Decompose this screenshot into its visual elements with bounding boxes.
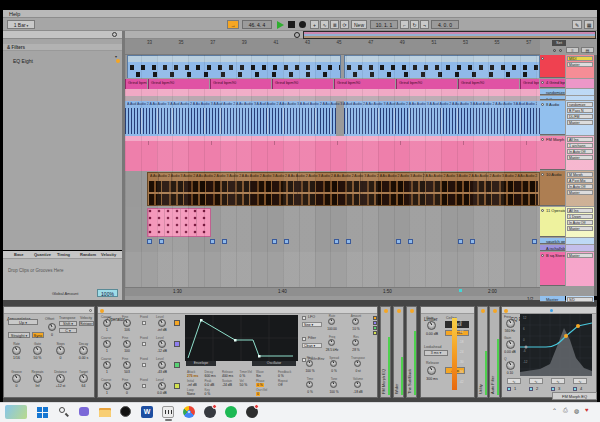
browser-item-eq-eight[interactable]: EQ Eight	[3, 57, 122, 65]
osc-coarse-knob[interactable]	[103, 361, 111, 369]
record-button[interactable]	[299, 21, 306, 28]
eq-band-led[interactable]	[529, 387, 533, 391]
overview-view-box[interactable]	[303, 31, 596, 39]
io-chip[interactable]: A Post Mix	[567, 178, 593, 183]
io-chip[interactable]: DL/FM	[567, 114, 593, 119]
collapsed-device[interactable]: The Sub/Buck	[406, 306, 417, 398]
io-chip[interactable]: B Pass N	[567, 108, 593, 113]
clip-small[interactable]	[408, 239, 413, 244]
file-explorer-icon[interactable]	[97, 404, 113, 420]
clip-small[interactable]	[272, 239, 277, 244]
track-arm-icon[interactable]	[541, 254, 544, 257]
limiter-gain-knob[interactable]	[427, 321, 436, 330]
osc-fine-knob[interactable]	[123, 382, 131, 390]
env-param-value[interactable]: 0 %	[240, 374, 246, 378]
osc-param-value[interactable]: 0	[256, 392, 260, 396]
io-chip[interactable]: All Ins	[567, 137, 593, 142]
arp-offset-knob[interactable]	[48, 323, 56, 331]
io-circle-icon[interactable]	[559, 49, 562, 52]
clip-operator[interactable]	[147, 208, 211, 237]
osc-coarse-knob[interactable]	[103, 340, 111, 348]
set-chip[interactable]: Set	[552, 40, 566, 46]
clip-grind[interactable]: Grind bpm90	[396, 79, 457, 89]
tray-chevron-icon[interactable]: ⌃	[552, 407, 557, 414]
tab-oscillator[interactable]: Oscillator	[252, 361, 296, 366]
ableton-live-icon[interactable]	[160, 404, 176, 420]
device-activator[interactable]	[100, 309, 104, 313]
automation-arm-button[interactable]: ∿	[320, 20, 329, 29]
section-knob[interactable]	[352, 339, 359, 346]
osc-fixed-checkbox[interactable]	[142, 321, 146, 325]
time-ruler-marker[interactable]	[459, 289, 462, 292]
track-header[interactable]: B sq.Stereo FM	[540, 252, 565, 286]
clip-small[interactable]	[532, 239, 537, 244]
chat-icon[interactable]	[76, 404, 92, 420]
lane-randomized-eb[interactable]	[125, 89, 540, 96]
osc-toggle[interactable]	[174, 362, 180, 368]
punch-out-button[interactable]: ¬	[420, 20, 429, 29]
limiter-stereo-button[interactable]: Stereo	[445, 330, 469, 336]
clip-interval-2[interactable]: interval 2	[344, 55, 540, 78]
osc-toggle[interactable]	[174, 320, 180, 326]
device-activator[interactable]	[410, 309, 414, 313]
stop-button[interactable]	[288, 21, 295, 28]
io-chip[interactable]: Master	[567, 62, 593, 67]
io-chip[interactable]: Master	[567, 155, 593, 160]
clip-grind[interactable]: Grind bpm90	[210, 79, 271, 89]
track-header[interactable]: Master	[540, 296, 565, 302]
midi-overdub-button[interactable]: +	[310, 20, 319, 29]
clip-small[interactable]	[210, 239, 215, 244]
start-button-icon[interactable]	[34, 404, 50, 420]
env-param-value[interactable]: 276 ms	[187, 374, 199, 378]
arp-retrigger-chip[interactable]: Retrigger	[79, 321, 94, 326]
hot-swap-icon[interactable]	[550, 309, 553, 312]
section-knob[interactable]	[330, 360, 337, 367]
arp-key-dropdown[interactable]: C	[59, 328, 77, 333]
track-header[interactable]: 8 Audio	[540, 101, 565, 135]
io-chip[interactable]: In Auto Off	[567, 220, 593, 225]
search-icon[interactable]	[55, 404, 71, 420]
osc-fixed-checkbox[interactable]	[142, 363, 146, 367]
device-lock-icon[interactable]	[89, 309, 92, 312]
tray-badge-icon[interactable]: ♥	[585, 407, 589, 413]
osc-param-value[interactable]: 0 %	[256, 383, 264, 387]
browser-search-bar[interactable]	[3, 31, 122, 39]
track-header[interactable]: 11 Operator	[540, 207, 565, 237]
env-param-value[interactable]: -inf dB	[187, 383, 197, 387]
new-button[interactable]: New	[351, 20, 367, 29]
follow-button[interactable]: →	[227, 20, 239, 29]
track-arm-icon[interactable]	[541, 209, 544, 212]
section-dropdown[interactable]: Clean ▾	[302, 343, 322, 348]
io-chip[interactable]: MIDI	[567, 56, 593, 61]
arp-knob[interactable]	[56, 374, 65, 383]
clip-grind[interactable]: Grind bpm90	[334, 79, 395, 89]
collapsed-device[interactable]: FM Morph EQ	[380, 306, 391, 398]
io-chip[interactable]: M Morph	[567, 172, 593, 177]
track-header[interactable]: FM Morph EQ	[540, 136, 565, 170]
section-knob[interactable]	[352, 318, 359, 325]
clip-small[interactable]	[470, 239, 475, 244]
operator-envelope-display[interactable]	[185, 315, 298, 361]
device-activator[interactable]	[504, 309, 508, 313]
mixer-toggle-button[interactable]: ≡	[566, 47, 579, 53]
osc-level-knob[interactable]	[158, 319, 166, 327]
arp-knob[interactable]	[79, 374, 88, 383]
limiter-ceiling-field[interactable]: -1.63	[445, 321, 469, 328]
track-arm-icon[interactable]	[541, 173, 544, 176]
hot-swap-icon[interactable]	[116, 59, 120, 63]
env-param-value[interactable]: 0.0 dB	[205, 383, 215, 387]
arrangement-position-field[interactable]: 46. 4. 4	[242, 20, 272, 29]
arp-knob[interactable]	[12, 374, 21, 383]
track-arm-icon[interactable]	[541, 57, 544, 60]
eq-knob[interactable]	[506, 340, 515, 349]
device-activator[interactable]	[481, 309, 485, 313]
device-activator[interactable]	[384, 309, 388, 313]
io-chip[interactable]: Master	[567, 253, 593, 258]
device-activator[interactable]	[397, 309, 401, 313]
track-header[interactable]	[540, 55, 565, 78]
chrome-icon[interactable]	[181, 404, 197, 420]
lane-fm-morph[interactable]	[125, 141, 540, 171]
io-chip[interactable]: 1 airchann	[567, 143, 593, 148]
key-midi-map-button[interactable]: ▦	[584, 20, 594, 29]
global-amount-value[interactable]: 100%	[97, 289, 118, 297]
